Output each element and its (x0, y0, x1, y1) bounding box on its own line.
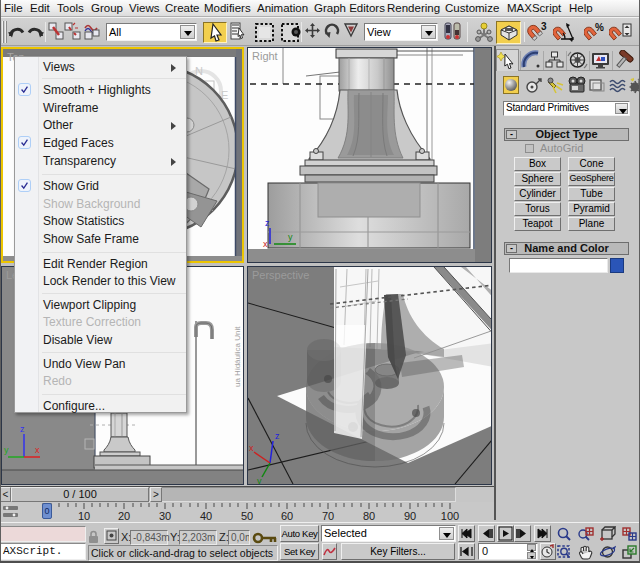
svg-text:3: 3 (541, 21, 547, 32)
svg-text:z: z (20, 424, 25, 434)
svg-text:z: z (275, 431, 280, 441)
svg-text:N: N (195, 65, 203, 77)
svg-text:70: 70 (322, 510, 334, 522)
svg-text:y: y (257, 476, 262, 484)
svg-text:ua Hidáulica Unit: ua Hidáulica Unit (233, 326, 242, 387)
svg-text:100: 100 (441, 510, 459, 522)
svg-text:%: % (595, 22, 604, 33)
svg-text:50: 50 (241, 510, 253, 522)
svg-text:60: 60 (281, 510, 293, 522)
svg-text:10: 10 (78, 510, 90, 522)
svg-text:90: 90 (404, 510, 416, 522)
svg-text:y: y (288, 232, 293, 242)
svg-text:z: z (265, 218, 270, 228)
svg-text:x: x (263, 239, 268, 249)
svg-text:y: y (4, 445, 9, 455)
svg-text:x: x (249, 443, 254, 453)
svg-text:80: 80 (363, 510, 375, 522)
svg-text:20: 20 (118, 510, 130, 522)
svg-text:30: 30 (159, 510, 171, 522)
svg-text:40: 40 (200, 510, 212, 522)
svg-text:x: x (35, 445, 40, 455)
